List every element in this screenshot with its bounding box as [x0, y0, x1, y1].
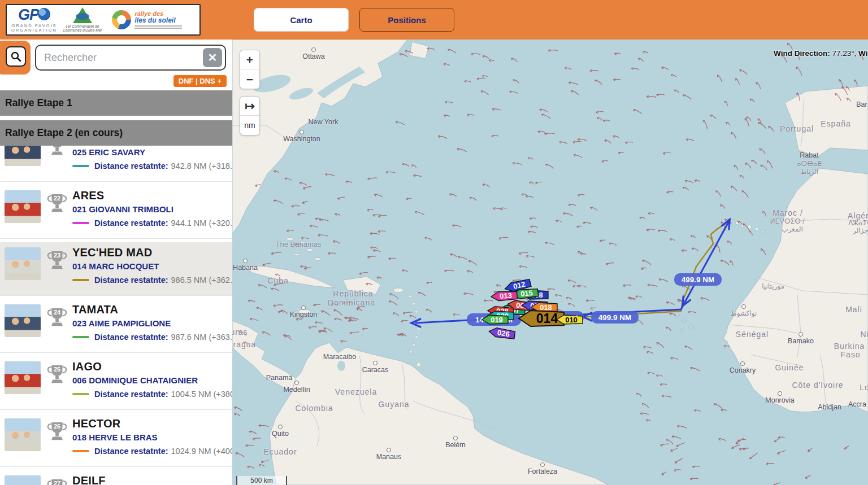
boat-name: ARES: [72, 189, 232, 203]
boat-marker-number: 015: [520, 289, 533, 298]
clear-search-button[interactable]: ✕: [203, 48, 222, 67]
boat-list-item[interactable]: 24TAMATA023 AIME PAMPIGLIONEDistance res…: [0, 299, 232, 353]
rank-number: 24: [46, 309, 68, 316]
mg-caption2: Communes d'Outre-Mer: [63, 28, 102, 32]
unit-button[interactable]: nm: [240, 116, 259, 135]
gpo-logo-text: GP: [18, 7, 39, 23]
tab-carto[interactable]: Carto: [254, 8, 349, 32]
rank-number: 27: [46, 480, 68, 485]
wind-speed-label: Wind Spee: [858, 49, 868, 58]
dnf-dns-button[interactable]: DNF | DNS +: [173, 75, 227, 87]
marie-galante-logo: 1er Communauté deCommunes d'Outre-Mer: [63, 7, 102, 33]
boat-list-item[interactable]: 23YEC'HED MAD014 MARC HOCQUETDistance re…: [0, 242, 232, 296]
stage-header-etape1[interactable]: Rallye Etape 1: [0, 90, 232, 116]
measure-icon: ↦: [245, 99, 255, 112]
skipper-name: 006 DOMINIQUE CHATAIGNIER: [72, 375, 232, 385]
boat-name: HECTOR: [72, 417, 232, 431]
rank-trophy-icon: 24: [46, 306, 68, 331]
skipper-name: 021 GIOVANNI TRIMBOLI: [72, 204, 232, 214]
boat-marker-number: 018: [540, 303, 552, 312]
distance-label: Distance restatnte:: [94, 390, 168, 399]
distance-value: 986.5 NM (+362.4 NM): [171, 276, 232, 285]
boat-marker-number: 013: [500, 291, 513, 300]
track-color-swatch: [72, 222, 89, 224]
wind-info: Wind Direction: 77.23°, Wind Spee: [774, 49, 868, 58]
crew-photo: [5, 190, 41, 223]
top-header: GP GRAND PAVOISORGANISATION 1er Communau…: [0, 0, 868, 40]
zoom-out-button[interactable]: −: [240, 69, 259, 89]
crew-photo: [5, 475, 41, 485]
rallye-logo-smallprint: [134, 25, 182, 29]
route-arrowhead: [411, 218, 733, 327]
sidebar: ✕ DNF | DNS + Rallye Etape 1 Rallye Etap…: [0, 40, 232, 485]
crew-photo: [5, 361, 41, 394]
distance-label: Distance restatnte:: [94, 333, 168, 342]
rank-number: 26: [46, 423, 68, 430]
wind-direction-value: 77.23°,: [832, 49, 856, 58]
boat-list-item[interactable]: 25IAGO006 DOMINIQUE CHATAIGNIERDistance …: [0, 356, 232, 410]
crew-photo: [5, 146, 41, 166]
boat-name: DEILF: [72, 474, 232, 485]
distance-label: Distance restatnte:: [94, 447, 168, 456]
rallye-swirl-icon: [112, 10, 131, 29]
trophy-icon: [46, 146, 68, 160]
gpo-logo: GP GRAND PAVOISORGANISATION: [11, 7, 57, 32]
boat-marker-number: 026: [497, 328, 510, 338]
tab-positions[interactable]: Positions: [359, 8, 454, 32]
measure-button[interactable]: ↦: [240, 97, 259, 116]
distance-value: 944.1 NM (+320.0 NM): [171, 219, 232, 228]
distance-value: 987.6 NM (+363.4 NM): [171, 333, 232, 342]
rank-trophy-icon: 25: [46, 363, 68, 388]
skipper-name: 025 ERIC SAVARY: [72, 147, 232, 157]
skipper-name: 014 MARC HOCQUET: [72, 261, 232, 271]
crew-photo: [5, 247, 41, 280]
distance-value: 1004.5 NM (+380.4 NM): [171, 390, 232, 399]
boat-list-item[interactable]: 22ARES021 GIOVANNI TRIMBOLIDistance rest…: [0, 185, 232, 239]
boat-marker-number: 010: [565, 316, 578, 324]
zoom-in-button[interactable]: +: [240, 50, 259, 69]
measure-control: ↦ nm: [240, 96, 260, 136]
boat-list[interactable]: 21025 ERIC SAVARYDistance restatnte:942.…: [0, 146, 232, 485]
rallye-logo-line2: îles du soleil: [134, 17, 182, 24]
search-button[interactable]: [6, 46, 26, 67]
boat-name: IAGO: [72, 360, 232, 374]
distance-label: Distance restatnte:: [94, 219, 168, 228]
distance-label: Distance restatnte:: [94, 276, 168, 285]
rank-number: 23: [46, 252, 68, 259]
search-icon: [10, 51, 21, 62]
boat-name: YEC'HED MAD: [72, 246, 232, 260]
gpo-globe-icon: [38, 8, 50, 20]
boat-marker-number: 014: [536, 311, 558, 326]
distance-label: Distance restatnte:: [94, 161, 168, 171]
track-color-swatch: [72, 393, 89, 395]
boat-list-item[interactable]: 27DEILF010 PHILIPPE LAVOIX: [0, 470, 232, 485]
distance-value: 942.8 NM (+318.6 NM): [171, 161, 232, 171]
mg-caption1: 1er Communauté de: [66, 24, 99, 28]
map-islands-dashed: [674, 312, 694, 332]
rallye-iles-du-soleil-logo: rallye des îles du soleil: [112, 10, 182, 29]
stage-header-etape2[interactable]: Rallye Etape 2 (en cours): [0, 120, 232, 146]
boat-marker-014[interactable]: 014: [519, 311, 564, 326]
boat-marker-026[interactable]: 026: [488, 327, 515, 339]
map-canvas[interactable]: 1499.9 NMNM499.9 NM499.9 NM 008012015013…: [232, 40, 868, 485]
gpo-logo-sub2: ORGANISATION: [11, 28, 57, 33]
rank-trophy-icon: 26: [46, 420, 68, 445]
route-layer: [411, 218, 733, 327]
boat-list-item[interactable]: 26HECTOR018 HERVE LE BRASDistance restat…: [0, 413, 232, 467]
boat-list-item[interactable]: 21025 ERIC SAVARYDistance restatnte:942.…: [0, 146, 232, 182]
boat-marker-number: 019: [491, 316, 503, 324]
rank-trophy-icon: 21: [46, 146, 68, 160]
distance-pill: 499.9 NM: [591, 311, 639, 324]
scale-bar: 500 km: [236, 476, 287, 485]
boat-name: TAMATA: [72, 303, 232, 317]
track-color-swatch: [72, 450, 89, 452]
map-base-svg: 1499.9 NMNM499.9 NM499.9 NM 008012015013…: [232, 40, 868, 485]
zoom-control: + −: [240, 50, 260, 89]
rank-number: 25: [46, 366, 68, 373]
route-line-blue: [415, 219, 730, 323]
wind-direction-label: Wind Direction:: [774, 49, 830, 58]
close-icon: ✕: [208, 52, 218, 63]
distance-pill-text: 499.9 NM: [682, 276, 715, 284]
search-input[interactable]: [35, 45, 226, 71]
rank-trophy-icon: 27: [46, 477, 68, 485]
